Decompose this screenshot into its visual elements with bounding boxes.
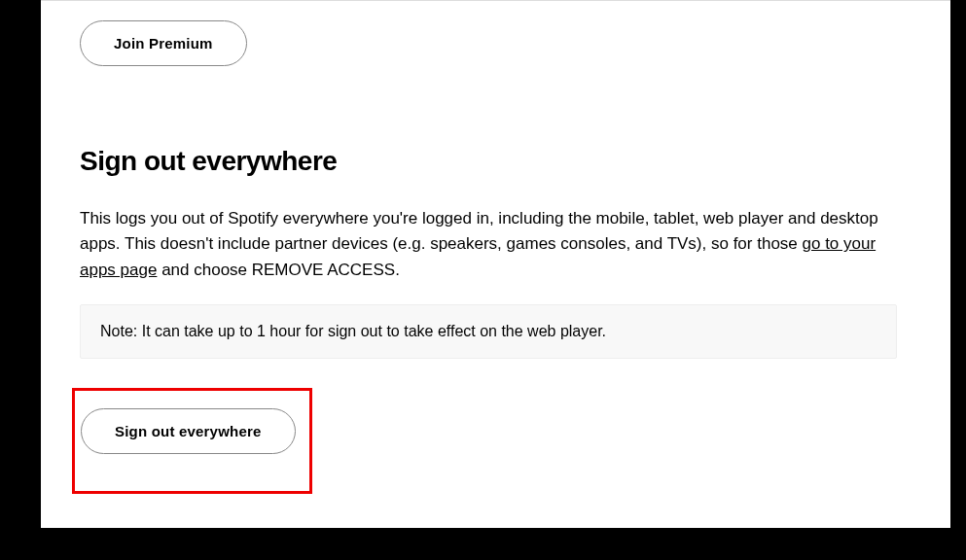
highlight-annotation: Sign out everywhere [72,388,312,494]
note-box: Note: It can take up to 1 hour for sign … [80,304,897,359]
settings-content: Join Premium Sign out everywhere This lo… [41,0,950,528]
sign-out-everywhere-button[interactable]: Sign out everywhere [81,408,296,454]
sign-out-description: This logs you out of Spotify everywhere … [80,206,897,283]
description-text-1: This logs you out of Spotify everywhere … [80,209,878,253]
description-text-2: and choose REMOVE ACCESS. [157,261,399,279]
join-premium-button[interactable]: Join Premium [80,20,247,66]
sign-out-heading: Sign out everywhere [80,146,912,177]
